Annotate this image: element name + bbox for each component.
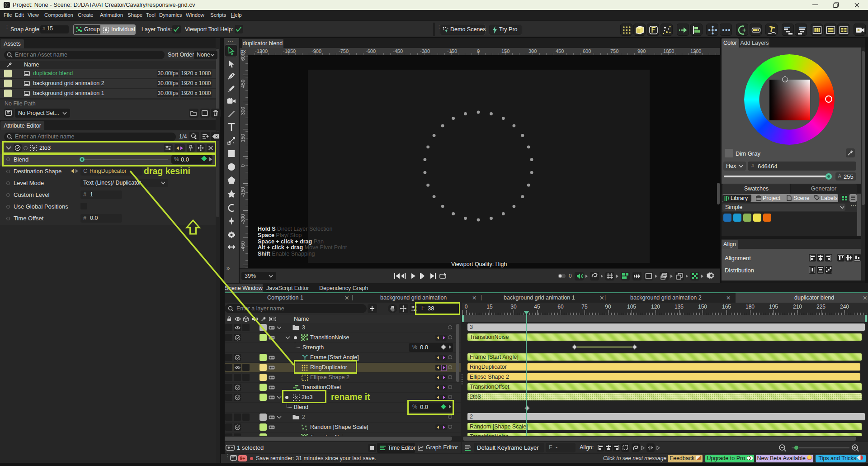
svg-text:0: 0 <box>569 273 572 279</box>
